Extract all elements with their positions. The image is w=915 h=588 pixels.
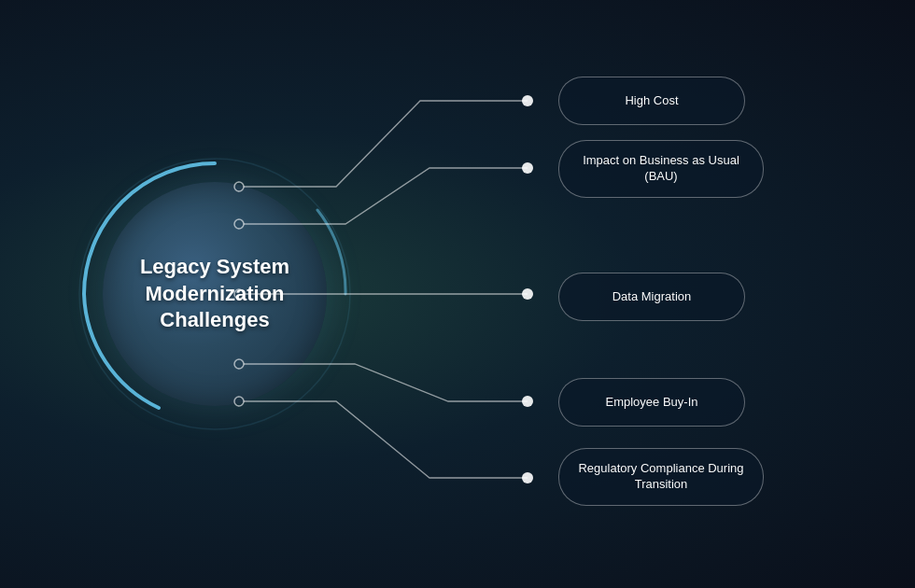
pill-data-migration: Data Migration xyxy=(558,273,745,321)
main-container: Legacy System Modernization Challenges H… xyxy=(0,0,915,588)
pill-regulatory: Regulatory Compliance During Transition xyxy=(558,448,764,506)
circle-background: Legacy System Modernization Challenges xyxy=(103,182,327,406)
svg-point-9 xyxy=(522,396,533,407)
svg-point-3 xyxy=(522,95,533,106)
svg-point-11 xyxy=(522,472,533,483)
svg-point-5 xyxy=(522,162,533,174)
pill-bau: Impact on Business as Usual (BAU) xyxy=(558,140,764,198)
pill-high-cost: High Cost xyxy=(558,77,745,125)
main-title: Legacy System Modernization Challenges xyxy=(121,254,308,334)
svg-point-7 xyxy=(522,288,533,300)
pill-employee-buyin: Employee Buy-In xyxy=(558,378,745,427)
center-circle: Legacy System Modernization Challenges xyxy=(75,154,355,434)
